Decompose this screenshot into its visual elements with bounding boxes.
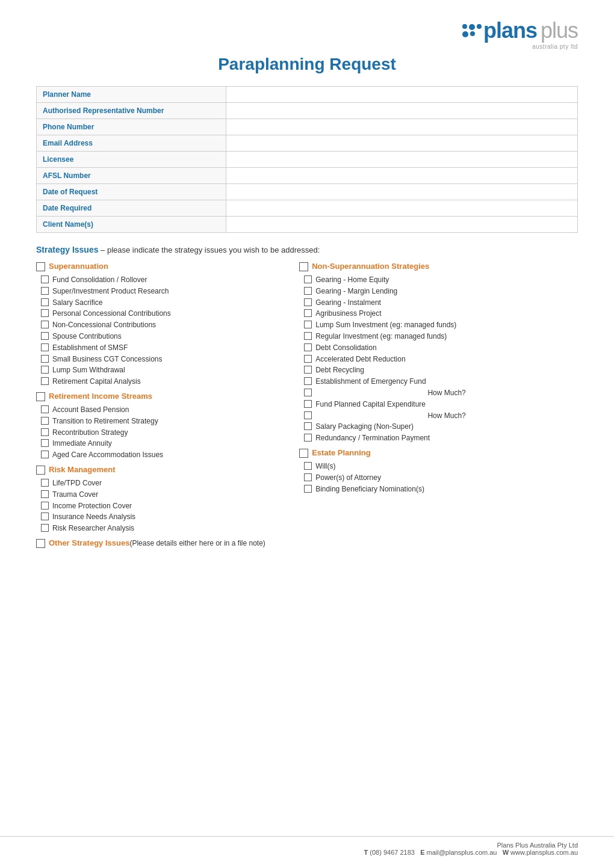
checkbox-label: Debt Recycling xyxy=(315,365,364,375)
dot-icon xyxy=(477,24,482,29)
checkbox[interactable] xyxy=(41,287,49,295)
checkbox[interactable] xyxy=(41,377,49,385)
list-item: Fund Planned Capital Expenditure xyxy=(302,399,578,410)
checkbox[interactable] xyxy=(304,343,312,351)
checkbox[interactable] xyxy=(304,332,312,340)
info-value xyxy=(226,217,577,233)
info-label: Date of Request xyxy=(37,184,226,200)
footer-web: www.plansplus.com.au xyxy=(510,849,578,856)
risk-block: Risk Management Life/TPD CoverTrauma Cov… xyxy=(36,465,293,534)
checkbox[interactable] xyxy=(304,434,312,442)
checkbox-label: Spouse Contributions xyxy=(52,331,122,342)
info-row: AFSL Number xyxy=(37,168,578,184)
estate-parent-checkbox[interactable] xyxy=(299,449,308,458)
list-item: Small Business CGT Concessions xyxy=(39,354,293,365)
risk-parent-checkbox[interactable] xyxy=(36,466,45,475)
checkbox[interactable] xyxy=(41,321,49,328)
checkbox-label: Trauma Cover xyxy=(52,490,98,500)
checkbox[interactable] xyxy=(41,439,49,447)
info-label: Date Required xyxy=(37,200,226,217)
list-item: Lump Sum Investment (eg: managed funds) xyxy=(302,320,578,330)
checkbox-label: Recontribution Strategy xyxy=(52,428,128,438)
checkbox[interactable] xyxy=(41,366,49,374)
checkbox-label: Transition to Retirement Strategy xyxy=(52,416,158,426)
checkbox[interactable] xyxy=(304,473,312,481)
checkbox[interactable] xyxy=(304,298,312,306)
list-item: Transition to Retirement Strategy xyxy=(39,416,293,426)
list-item: Gearing - Home Equity xyxy=(302,275,578,285)
checkbox-label: Insurance Needs Analysis xyxy=(52,512,135,522)
list-item: Will(s) xyxy=(302,461,578,472)
checkbox[interactable] xyxy=(304,355,312,363)
checkbox[interactable] xyxy=(41,512,49,520)
checkbox-label: Aged Care Accommodation Issues xyxy=(52,450,163,460)
checkbox[interactable] xyxy=(41,343,49,351)
info-row: Email Address xyxy=(37,135,578,152)
non-super-parent-checkbox[interactable] xyxy=(299,262,308,271)
info-row: Authorised Representative Number xyxy=(37,103,578,119)
checkbox[interactable] xyxy=(304,389,312,396)
checkbox-label: Binding Beneficiary Nomination(s) xyxy=(315,484,424,494)
list-item: Super/Investment Product Research xyxy=(39,286,293,297)
checkbox[interactable] xyxy=(41,309,49,317)
checkbox[interactable] xyxy=(304,485,312,493)
list-item: Spouse Contributions xyxy=(39,331,293,342)
other-strategy-checkbox[interactable] xyxy=(36,539,45,548)
info-value xyxy=(226,152,577,168)
checkbox[interactable] xyxy=(41,355,49,363)
retirement-parent-checkbox[interactable] xyxy=(36,392,45,401)
checkbox[interactable] xyxy=(41,275,49,283)
checkbox[interactable] xyxy=(41,298,49,306)
checkbox[interactable] xyxy=(41,479,49,487)
logo: plans plus xyxy=(462,18,578,43)
info-row: Licensee xyxy=(37,152,578,168)
info-row: Client Name(s) xyxy=(37,217,578,233)
dot-icon xyxy=(462,31,468,37)
non-super-block: Non-Superannuation Strategies Gearing - … xyxy=(299,262,578,443)
list-item: Income Protection Cover xyxy=(39,501,293,511)
info-label: Phone Number xyxy=(37,119,226,135)
list-item: Trauma Cover xyxy=(39,490,293,500)
checkbox[interactable] xyxy=(41,332,49,340)
checkbox[interactable] xyxy=(304,422,312,430)
checkbox-label: Non-Concessional Contributions xyxy=(52,320,156,330)
list-item: Aged Care Accommodation Issues xyxy=(39,450,293,460)
info-value xyxy=(226,103,577,119)
checkbox[interactable] xyxy=(304,377,312,385)
checkbox-label: Establishment of Emergency Fund xyxy=(315,377,426,387)
list-item: Lump Sum Withdrawal xyxy=(39,365,293,375)
risk-items: Life/TPD CoverTrauma CoverIncome Protect… xyxy=(39,478,293,534)
checkbox[interactable] xyxy=(304,400,312,408)
list-item: Accelerated Debt Reduction xyxy=(302,354,578,365)
list-item: Establishment of Emergency Fund xyxy=(302,377,578,387)
checkbox[interactable] xyxy=(304,366,312,374)
checkbox[interactable] xyxy=(41,490,49,498)
retirement-title: Retirement Income Streams xyxy=(49,392,152,401)
checkbox[interactable] xyxy=(41,405,49,413)
checkbox-label: Power(s) of Attorney xyxy=(315,473,381,483)
info-value xyxy=(226,184,577,200)
checkbox[interactable] xyxy=(41,502,49,509)
checkbox[interactable] xyxy=(304,321,312,328)
checkbox[interactable] xyxy=(304,462,312,470)
checkbox[interactable] xyxy=(41,428,49,436)
checkbox[interactable] xyxy=(41,451,49,458)
list-item: Immediate Annuity xyxy=(39,439,293,449)
list-item: Debt Consolidation xyxy=(302,343,578,353)
checkbox-label: Regular Investment (eg: managed funds) xyxy=(315,331,447,342)
info-value xyxy=(226,200,577,217)
checkbox[interactable] xyxy=(304,411,312,419)
checkbox[interactable] xyxy=(304,287,312,295)
list-item: Non-Concessional Contributions xyxy=(39,320,293,330)
checkbox[interactable] xyxy=(304,309,312,317)
dot-icon xyxy=(462,24,467,29)
checkbox[interactable] xyxy=(304,275,312,283)
list-item: Agribusiness Project xyxy=(302,309,578,319)
list-item: Power(s) of Attorney xyxy=(302,473,578,483)
superannuation-title: Superannuation xyxy=(49,262,108,271)
checkbox[interactable] xyxy=(41,417,49,425)
list-item: Personal Concessional Contributions xyxy=(39,309,293,319)
checkbox[interactable] xyxy=(41,524,49,532)
superannuation-parent-checkbox[interactable] xyxy=(36,262,45,271)
info-label: Email Address xyxy=(37,135,226,152)
